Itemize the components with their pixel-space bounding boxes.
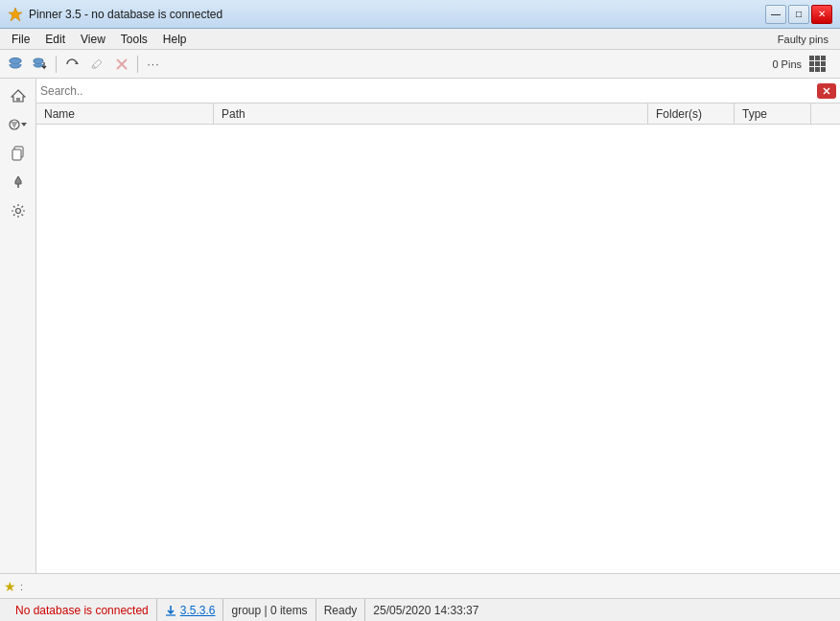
status-group-items: group | 0 items bbox=[223, 599, 315, 621]
more-options-button[interactable]: ··· bbox=[142, 53, 165, 76]
faulty-pins-label: Faulty pins bbox=[778, 34, 828, 45]
menu-help[interactable]: Help bbox=[155, 31, 195, 48]
window-title: Pinner 3.5 - no database is connected bbox=[29, 8, 222, 21]
col-header-type[interactable]: Type bbox=[735, 104, 811, 124]
toolbar-sep-1 bbox=[56, 56, 57, 73]
title-bar: Pinner 3.5 - no database is connected — … bbox=[0, 0, 840, 29]
menu-file[interactable]: File bbox=[4, 31, 37, 48]
content-area: Name Path Folder(s) Type bbox=[36, 79, 840, 573]
status-bar: No database is connected 3.5.3.6 group |… bbox=[0, 598, 840, 621]
minimize-button[interactable]: — bbox=[765, 5, 786, 24]
title-bar-controls: — □ ✕ bbox=[765, 5, 832, 24]
col-header-name[interactable]: Name bbox=[36, 104, 214, 124]
col-header-path[interactable]: Path bbox=[214, 104, 648, 124]
bottom-dot: : bbox=[20, 581, 23, 592]
download-icon bbox=[165, 605, 176, 616]
sidebar-filter-button[interactable] bbox=[5, 111, 32, 138]
star-icon[interactable]: ★ bbox=[4, 579, 16, 594]
bottom-toolbar: ★ : bbox=[0, 573, 840, 598]
filter-arrow-icon bbox=[20, 121, 28, 128]
search-clear-button[interactable] bbox=[817, 83, 836, 99]
menu-view[interactable]: View bbox=[73, 31, 113, 48]
sidebar-pin-button[interactable] bbox=[5, 169, 32, 196]
search-input[interactable] bbox=[40, 84, 817, 98]
grid-icon bbox=[809, 56, 826, 72]
toolbar: ··· 0 Pins bbox=[0, 50, 840, 79]
db-icon[interactable] bbox=[4, 53, 27, 76]
svg-rect-16 bbox=[12, 150, 21, 160]
search-bar bbox=[36, 79, 840, 104]
svg-point-18 bbox=[15, 209, 20, 214]
status-ready: Ready bbox=[316, 599, 366, 621]
svg-rect-9 bbox=[16, 98, 20, 102]
bottom-outer: ★ : No database is connected 3.5.3.6 gro… bbox=[0, 573, 840, 621]
svg-marker-14 bbox=[21, 123, 27, 126]
menu-edit[interactable]: Edit bbox=[37, 31, 73, 48]
maximize-button[interactable]: □ bbox=[788, 5, 809, 24]
refresh-button[interactable] bbox=[60, 53, 83, 76]
svg-line-5 bbox=[99, 59, 102, 62]
delete-button[interactable] bbox=[110, 53, 133, 76]
title-bar-left: Pinner 3.5 - no database is connected bbox=[8, 7, 222, 22]
sidebar-home-button[interactable] bbox=[5, 82, 32, 109]
close-button[interactable]: ✕ bbox=[811, 5, 832, 24]
menu-tools[interactable]: Tools bbox=[113, 31, 155, 48]
status-datetime: 25/05/2020 14:33:37 bbox=[365, 599, 486, 621]
grid-view-button[interactable] bbox=[805, 53, 828, 76]
main-area: Name Path Folder(s) Type bbox=[0, 79, 840, 573]
svg-marker-0 bbox=[9, 8, 22, 21]
sidebar bbox=[0, 79, 36, 573]
app-icon bbox=[8, 7, 23, 22]
db-arrow-icon[interactable] bbox=[29, 53, 52, 76]
edit-button[interactable] bbox=[85, 53, 108, 76]
status-no-db: No database is connected bbox=[8, 599, 157, 621]
table-body[interactable] bbox=[36, 125, 840, 573]
status-version-section: 3.5.3.6 bbox=[157, 599, 224, 621]
table-header: Name Path Folder(s) Type bbox=[36, 104, 840, 125]
sidebar-settings-button[interactable] bbox=[5, 197, 32, 224]
version-link[interactable]: 3.5.3.6 bbox=[180, 604, 216, 617]
menu-bar: File Edit View Tools Help Faulty pins bbox=[0, 29, 840, 50]
sidebar-copy-button[interactable] bbox=[5, 140, 32, 167]
toolbar-sep-2 bbox=[137, 56, 138, 73]
col-header-folders[interactable]: Folder(s) bbox=[648, 104, 735, 124]
toolbar-right: 0 Pins bbox=[772, 53, 836, 76]
pins-count-label: 0 Pins bbox=[772, 58, 802, 70]
